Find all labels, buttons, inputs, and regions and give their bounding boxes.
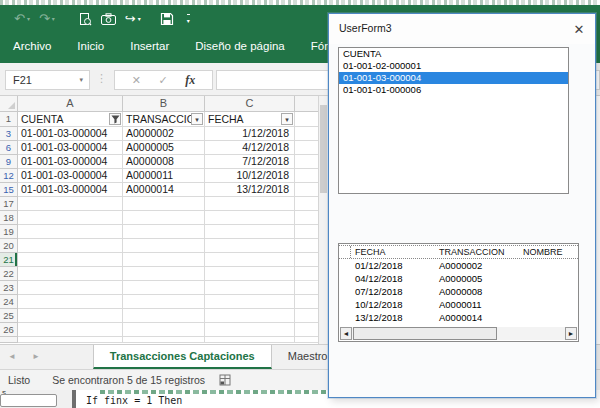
cell[interactable]: [295, 295, 318, 309]
vertical-scrollbar[interactable]: [318, 96, 328, 344]
cell[interactable]: [123, 295, 205, 309]
cell[interactable]: [205, 197, 295, 211]
list-item[interactable]: 01/12/2018A0000002: [339, 259, 578, 272]
cell-cuenta[interactable]: 01-001-03-000004: [18, 127, 123, 141]
cell[interactable]: [205, 337, 295, 343]
cell[interactable]: [18, 211, 123, 225]
undo-button[interactable]: ↶ ▾: [14, 12, 30, 25]
cell[interactable]: [18, 337, 123, 343]
ribbon-tab-insertar[interactable]: Insertar: [117, 32, 182, 60]
row-header[interactable]: 25: [0, 309, 18, 323]
row-header[interactable]: 1: [0, 112, 18, 127]
macro-record-icon[interactable]: [219, 374, 231, 386]
cell[interactable]: [123, 267, 205, 281]
header-cell-cuenta[interactable]: CUENTA: [18, 112, 123, 127]
scroll-right-icon[interactable]: ►: [565, 327, 577, 340]
cell-transaccion[interactable]: A0000011: [123, 169, 205, 183]
list-item[interactable]: 01-001-02-000001: [339, 60, 568, 72]
sheet-nav-left-icon[interactable]: ◄: [0, 345, 24, 369]
row-header[interactable]: 9: [0, 155, 18, 169]
cell-transaccion[interactable]: A0000008: [123, 155, 205, 169]
vba-panel-divider[interactable]: [72, 390, 76, 408]
cell[interactable]: [295, 197, 318, 211]
dialog-title-bar[interactable]: UserForm3 ✕: [329, 14, 595, 44]
cell[interactable]: [205, 267, 295, 281]
cell[interactable]: [205, 295, 295, 309]
cell[interactable]: [295, 337, 318, 343]
cell[interactable]: [295, 239, 318, 253]
cell-fecha[interactable]: 10/12/2018: [205, 169, 295, 183]
cell[interactable]: [295, 323, 318, 337]
column-header-c[interactable]: C: [205, 96, 295, 112]
cell[interactable]: [123, 337, 205, 343]
insert-function-icon[interactable]: fx: [185, 73, 195, 88]
row-header[interactable]: 15: [0, 183, 18, 197]
cell-transaccion[interactable]: A0000002: [123, 127, 205, 141]
cell[interactable]: [18, 253, 123, 267]
cell[interactable]: [18, 281, 123, 295]
filter-applied-button[interactable]: [109, 113, 121, 125]
cell[interactable]: [123, 197, 205, 211]
vertical-scrollbar-thumb[interactable]: [320, 105, 327, 193]
cell[interactable]: [295, 281, 318, 295]
cell[interactable]: [123, 253, 205, 267]
sheet-tab-transacciones-captaciones[interactable]: Transacciones Captaciones: [93, 345, 272, 369]
cell[interactable]: [205, 225, 295, 239]
cell[interactable]: [18, 295, 123, 309]
column-header-b[interactable]: B: [123, 96, 205, 112]
cell[interactable]: [295, 183, 318, 197]
cell[interactable]: [18, 267, 123, 281]
header-cell-transaccion[interactable]: TRANSACCIO ▾: [123, 112, 205, 127]
cell[interactable]: [123, 323, 205, 337]
cell[interactable]: [295, 211, 318, 225]
cancel-icon[interactable]: ✕: [132, 74, 141, 87]
ribbon-tab-dise-o-de-p-gina[interactable]: Diseño de página: [182, 32, 298, 60]
row-header[interactable]: 21: [0, 253, 18, 267]
horizontal-scrollbar-thumb[interactable]: [353, 327, 497, 340]
list-item[interactable]: 13/12/2018A0000014: [339, 311, 578, 324]
cuenta-listbox[interactable]: CUENTA01-001-02-00000101-001-03-00000401…: [338, 47, 569, 194]
column-header-partial[interactable]: [295, 96, 318, 112]
select-all-corner[interactable]: [0, 96, 18, 112]
cell[interactable]: [205, 253, 295, 267]
cell[interactable]: [205, 281, 295, 295]
save-button[interactable]: [160, 12, 174, 26]
transacciones-listbox[interactable]: FECHATRANSACCIONNOMBRE 01/12/2018A000000…: [338, 243, 579, 342]
header-cell-fecha[interactable]: FECHA ▾: [205, 112, 295, 127]
row-header[interactable]: 26: [0, 323, 18, 337]
cell[interactable]: [295, 112, 318, 127]
cell-fecha[interactable]: 13/12/2018: [205, 183, 295, 197]
cell[interactable]: [123, 281, 205, 295]
ribbon-tab-inicio[interactable]: Inicio: [64, 32, 117, 60]
cell-fecha[interactable]: 4/12/2018: [205, 141, 295, 155]
row-header[interactable]: 23: [0, 281, 18, 295]
cell[interactable]: [295, 127, 318, 141]
cell-transaccion[interactable]: A0000014: [123, 183, 205, 197]
cell-transaccion[interactable]: A0000005: [123, 141, 205, 155]
row-header[interactable]: 6: [0, 141, 18, 155]
list-item[interactable]: 01-001-01-000006: [339, 84, 568, 96]
cell[interactable]: [295, 169, 318, 183]
cell[interactable]: [18, 197, 123, 211]
list-item[interactable]: CUENTA: [339, 48, 568, 60]
print-preview-button[interactable]: [78, 12, 92, 26]
cell-fecha[interactable]: 1/12/2018: [205, 127, 295, 141]
list-item[interactable]: 10/12/2018A0000011: [339, 298, 578, 311]
row-header[interactable]: [0, 337, 18, 343]
vba-combo-box[interactable]: [0, 394, 57, 407]
redo-button[interactable]: ↷ ▾: [39, 12, 55, 25]
cell-cuenta[interactable]: 01-001-03-000004: [18, 141, 123, 155]
filter-dropdown-button[interactable]: ▾: [191, 113, 203, 125]
filter-dropdown-button[interactable]: ▾: [281, 113, 293, 125]
list-item[interactable]: 04/12/2018A0000005: [339, 272, 578, 285]
cell[interactable]: [123, 211, 205, 225]
forward-button[interactable]: ↪ ▾: [125, 12, 141, 25]
row-header[interactable]: 18: [0, 211, 18, 225]
row-header[interactable]: 22: [0, 267, 18, 281]
name-box[interactable]: F21 ▾: [5, 70, 90, 90]
close-icon[interactable]: ✕: [569, 19, 589, 39]
row-header[interactable]: 3: [0, 127, 18, 141]
vba-code-line[interactable]: If finx = 1 Then: [86, 395, 182, 406]
cell-cuenta[interactable]: 01-001-03-000004: [18, 169, 123, 183]
cell-cuenta[interactable]: 01-001-03-000004: [18, 155, 123, 169]
